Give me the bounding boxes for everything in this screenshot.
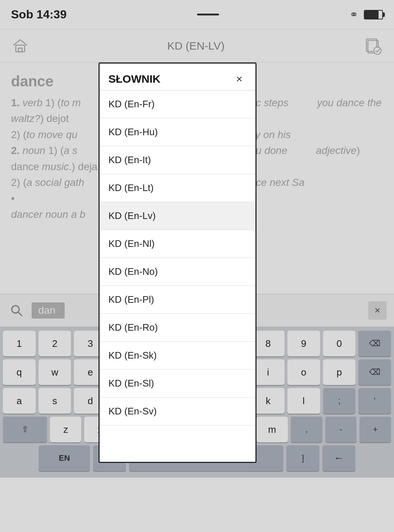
- modal-list-item[interactable]: KD (En-Fr): [100, 90, 255, 118]
- modal-list-item[interactable]: KD (En-Sl): [100, 370, 255, 398]
- modal-close-button[interactable]: ×: [232, 72, 247, 86]
- modal-title: SŁOWNIK: [108, 73, 161, 85]
- modal-list-item[interactable]: KD (En-Lv): [100, 202, 255, 230]
- modal-list-item[interactable]: KD (En-Lt): [100, 174, 255, 202]
- modal-list: KD (En-Fr)KD (En-Hu)KD (En-It)KD (En-Lt)…: [100, 90, 255, 462]
- modal-list-item[interactable]: KD (En-No): [100, 258, 255, 286]
- modal-list-item[interactable]: KD (En-Nl): [100, 230, 255, 258]
- modal-list-item[interactable]: KD (En-It): [100, 146, 255, 174]
- modal-list-item[interactable]: KD (En-Pl): [100, 286, 255, 314]
- modal-list-item[interactable]: KD (En-Sk): [100, 342, 255, 370]
- modal-list-item[interactable]: KD (En-Hu): [100, 118, 255, 146]
- modal-list-item[interactable]: KD (En-Sv): [100, 398, 255, 425]
- modal-list-item[interactable]: KD (En-Ro): [100, 314, 255, 342]
- dictionary-selector-modal: SŁOWNIK × KD (En-Fr)KD (En-Hu)KD (En-It)…: [98, 62, 257, 463]
- modal-header: SŁOWNIK ×: [100, 64, 255, 90]
